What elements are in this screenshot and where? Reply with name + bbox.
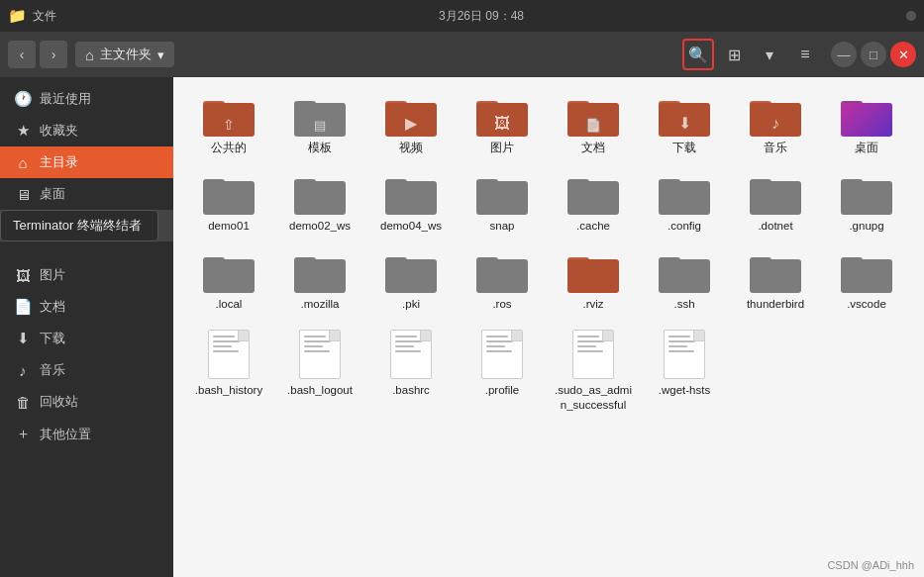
file-item-snap[interactable]: snap	[459, 165, 546, 240]
sidebar-item-recent[interactable]: 🕐 最近使用	[0, 83, 173, 115]
sidebar-item-music[interactable]: ♪ 音乐	[0, 354, 173, 386]
folder-icon-snap	[476, 173, 528, 215]
file-item-ssh[interactable]: .ssh	[641, 243, 728, 318]
sidebar-label-starred: 收藏夹	[40, 122, 78, 140]
file-item-documents[interactable]: 📄 文档	[550, 87, 637, 161]
folder-icon-vscode	[841, 251, 892, 293]
file-label-mozilla: .mozilla	[301, 297, 340, 312]
sidebar-label-music: 音乐	[40, 361, 65, 379]
file-label-vscode: .vscode	[847, 297, 886, 312]
file-label-rviz: .rviz	[582, 297, 603, 312]
file-label-ssh: .ssh	[673, 297, 694, 312]
file-item-demo02ws[interactable]: demo02_ws	[276, 165, 363, 240]
forward-button[interactable]: ›	[40, 41, 67, 68]
folder-icon-public: ⇧	[203, 95, 255, 137]
file-label-downloads: 下载	[672, 141, 696, 155]
sidebar-item-video[interactable]: ▶ 视频	[0, 210, 173, 241]
home-icon: ⌂	[14, 154, 32, 171]
sidebar-item-pictures[interactable]: 🖼 图片	[0, 259, 173, 291]
file-item-wget-hsts[interactable]: .wget-hsts	[641, 322, 728, 419]
back-button[interactable]: ‹	[8, 41, 36, 68]
sidebar-item-trash[interactable]: 🗑 回收站	[0, 386, 173, 418]
doc-icon-bash-history	[208, 330, 250, 379]
app-menu-label[interactable]: 文件	[33, 8, 56, 25]
video-icon: ▶	[14, 217, 32, 235]
file-label-desktop: 桌面	[855, 141, 878, 155]
folder-icon-demo02ws	[294, 173, 346, 215]
file-item-templates[interactable]: ▤ 模板	[276, 87, 363, 161]
sidebar-item-desktop[interactable]: 🖥 桌面	[0, 178, 173, 210]
file-item-vscode[interactable]: .vscode	[823, 243, 910, 318]
folder-icon-demo04ws	[385, 173, 437, 215]
file-label-pictures: 图片	[490, 141, 514, 155]
file-item-demo01[interactable]: demo01	[185, 165, 272, 240]
star-icon: ★	[14, 122, 32, 140]
file-item-ros[interactable]: .ros	[459, 243, 546, 318]
download-icon: ⬇	[14, 330, 32, 347]
file-item-downloads[interactable]: ⬇ 下载	[641, 87, 728, 161]
file-item-local[interactable]: .local	[185, 243, 272, 318]
folder-icon-pki	[385, 251, 437, 293]
folder-icon-ros	[476, 251, 528, 293]
sidebar-label-downloads: 下载	[40, 330, 65, 347]
file-label-dotnet: .dotnet	[758, 219, 792, 234]
file-item-sudo-admin[interactable]: .sudo_as_admin_successful	[550, 322, 637, 419]
sidebar-label-recent: 最近使用	[40, 90, 91, 108]
sidebar-item-downloads[interactable]: ⬇ 下载	[0, 323, 173, 354]
maximize-button[interactable]: □	[861, 42, 886, 67]
sidebar-item-documents[interactable]: 📄 文档	[0, 291, 173, 323]
breadcrumb[interactable]: ⌂ 主文件夹 ▾	[75, 42, 174, 67]
file-label-gnupg: .gnupg	[849, 219, 883, 234]
file-label-thunderbird: thunderbird	[747, 297, 804, 312]
sidebar-label-home: 主目录	[40, 153, 78, 171]
folder-icon-documents: 📄	[567, 95, 619, 137]
sort-button[interactable]: ▾	[754, 39, 785, 70]
file-item-bash-logout[interactable]: .bash_logout	[276, 322, 363, 419]
file-item-demo04ws[interactable]: demo04_ws	[367, 165, 455, 240]
menu-icon: ≡	[800, 46, 809, 63]
sidebar-item-other[interactable]: ＋ 其他位置	[0, 418, 173, 450]
file-item-profile[interactable]: .profile	[459, 322, 546, 419]
file-item-public[interactable]: ⇧ 公共的	[185, 87, 272, 161]
file-item-videos[interactable]: ▶ 视频	[367, 87, 455, 161]
folder-icon-demo01	[203, 173, 255, 215]
window-controls: — □ ✕	[831, 42, 916, 67]
folder-icon-cache	[567, 173, 619, 215]
file-item-thunderbird[interactable]: thunderbird	[732, 243, 819, 318]
file-label-demo01: demo01	[208, 219, 250, 234]
file-item-config[interactable]: .config	[641, 165, 728, 240]
file-item-mozilla[interactable]: .mozilla	[276, 243, 363, 318]
doc-icon-wget-hsts	[664, 330, 705, 379]
music-folder-icon: ♪	[771, 115, 779, 133]
file-label-ros: .ros	[492, 297, 511, 312]
file-item-pki[interactable]: .pki	[367, 243, 455, 318]
folder-icon-videos: ▶	[385, 95, 437, 137]
list-view-icon: ⊞	[728, 46, 741, 64]
file-area: ⇧ 公共的 ▤ 模板 ▶ 视频	[173, 77, 924, 577]
file-item-bashrc[interactable]: .bashrc	[367, 322, 455, 419]
folder-icon-downloads: ⬇	[659, 95, 710, 137]
file-item-bash-history[interactable]: .bash_history	[185, 322, 272, 419]
file-label-sudo-admin: .sudo_as_admin_successful	[554, 383, 633, 413]
menu-button[interactable]: ≡	[789, 39, 821, 70]
file-item-cache[interactable]: .cache	[550, 165, 637, 240]
doc-icon-profile	[481, 330, 523, 379]
minimize-button[interactable]: —	[831, 42, 857, 67]
file-label-pki: .pki	[402, 297, 420, 312]
file-item-music[interactable]: ♪ 音乐	[732, 87, 819, 161]
file-item-gnupg[interactable]: .gnupg	[823, 165, 910, 240]
music-icon: ♪	[14, 362, 32, 379]
list-view-button[interactable]: ⊞	[718, 39, 750, 70]
sidebar-label-documents: 文档	[40, 298, 65, 316]
sidebar-item-home[interactable]: ⌂ 主目录	[0, 146, 173, 178]
file-item-pictures[interactable]: 🖼 图片	[459, 87, 546, 161]
file-item-rviz[interactable]: .rviz	[550, 243, 637, 318]
sidebar-label-pictures: 图片	[40, 266, 65, 284]
close-button[interactable]: ✕	[890, 42, 916, 67]
folder-icon-rviz	[567, 251, 619, 293]
search-button[interactable]: 🔍	[682, 39, 714, 70]
sidebar-item-starred[interactable]: ★ 收藏夹	[0, 115, 173, 146]
file-label-snap: snap	[490, 219, 515, 234]
file-item-dotnet[interactable]: .dotnet	[732, 165, 819, 240]
file-item-desktop[interactable]: 桌面	[823, 87, 910, 161]
